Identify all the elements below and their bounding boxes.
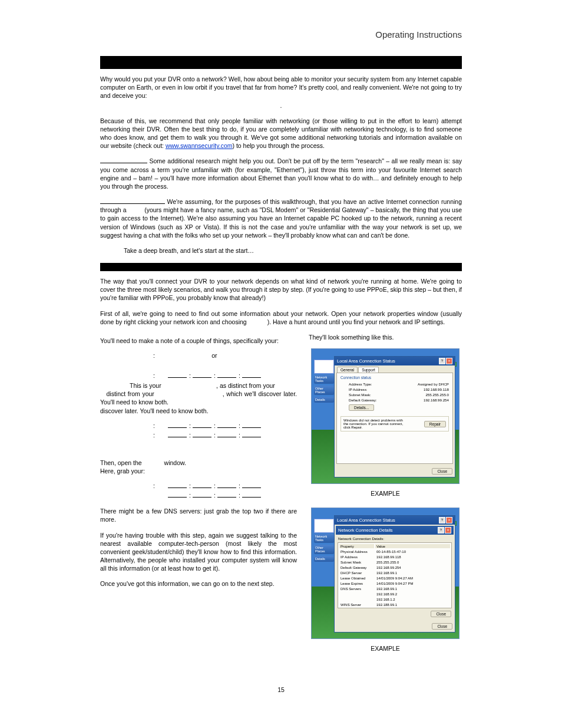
field-ip-address: : ::: — [153, 372, 297, 379]
field-subnet: : ::: — [153, 422, 297, 429]
row-default-gateway: Default Gateway:192.168.99.254 — [340, 397, 449, 403]
window-buttons: ?× — [437, 527, 451, 533]
close-icon: × — [446, 517, 452, 523]
help-icon: ? — [439, 517, 445, 523]
field-dns2: ::: — [153, 492, 297, 499]
help-icon: ? — [438, 527, 444, 533]
field-gateway: : ::: — [153, 431, 297, 439]
sidebar-other-places: Other Places — [314, 545, 334, 554]
field-dns1: : ::: — [153, 482, 297, 489]
intro-paragraph-1: Why would you put your DVR onto a networ… — [100, 75, 462, 100]
sidebar-network-tasks: Network Tasks — [314, 533, 334, 543]
text-span: Some additional research might help you … — [100, 157, 462, 190]
left-p5: If you're having trouble with this step,… — [100, 531, 297, 573]
left-p4: There might be a few DNS servers: just g… — [100, 507, 297, 523]
explorer-toolbar — [314, 519, 334, 533]
blank — [168, 377, 187, 378]
right-column: They'll look something like this. Networ… — [309, 333, 462, 663]
row-ip-address: IP Address:192.168.99.118 — [340, 387, 449, 392]
blank — [193, 487, 211, 488]
outer-title-text: Local Area Connection Status — [337, 518, 395, 523]
blank — [193, 497, 211, 498]
text-span: (yours might have a fancy name, such as … — [100, 206, 462, 239]
intro-paragraph-2: Because of this, we recommend that only … — [100, 117, 462, 150]
intro-paragraph-4: We're assuming, for the purposes of this… — [100, 197, 462, 239]
inner-titlebar: Network Connection Details ?× — [336, 526, 454, 535]
text-span: , as distinct from your — [216, 382, 275, 389]
blank-lead — [100, 203, 165, 204]
blank — [242, 437, 261, 437]
section-bar-2 — [100, 263, 462, 271]
inner-close-button: Close — [431, 611, 451, 617]
link-swannsecurity[interactable]: www.swannsecurity.com — [166, 142, 233, 149]
blank — [242, 377, 261, 378]
group-title: Connection status — [340, 375, 449, 380]
dialog-titlebar: Local Area Connection Status ?× — [335, 357, 455, 365]
blank — [217, 377, 236, 378]
details-list: PropertyValue Physical Address00-14-85-1… — [338, 542, 452, 608]
blank — [217, 487, 236, 488]
text-span: Why would you put your DVR onto a networ… — [100, 75, 462, 99]
list-header: Network Connection Details: — [336, 535, 454, 542]
colon: : — [153, 352, 155, 359]
text-span: ) to help you through the process. — [232, 142, 324, 149]
section2-paragraph-2: First of all, we're going to need to fin… — [100, 309, 462, 326]
blank — [193, 427, 211, 428]
text-span: window. — [163, 459, 186, 466]
dialog-tabs: General Support — [335, 365, 455, 373]
tab-general: General — [337, 367, 358, 373]
text-span: Then, open the — [100, 459, 144, 466]
screenshot-connection-status: Network Tasks Other Places Details Go Lo… — [311, 348, 459, 484]
blank — [168, 497, 187, 498]
blank — [193, 377, 211, 378]
blank — [168, 427, 187, 428]
dialog-title-text: Local Area Connection Status — [337, 358, 395, 364]
blank — [217, 427, 236, 428]
example-label-1: EXAMPLE — [371, 490, 400, 497]
col-value: Value — [375, 544, 450, 548]
outer-titlebar: Local Area Connection Status ?× — [335, 516, 455, 525]
screenshot-connection-details: Network Tasks Other Places Details Go Lo… — [311, 508, 459, 639]
section2-paragraph-1: The way that you'll connect your DVR to … — [100, 277, 462, 302]
section-bar-1 — [100, 56, 462, 69]
left-p2c: discover later. You'll need to know both… — [100, 407, 297, 415]
sidebar-details: Details — [314, 397, 334, 403]
details-button: Details... — [349, 404, 374, 411]
close-icon: × — [446, 358, 452, 364]
right-intro: They'll look something like this. — [309, 333, 462, 341]
details-table: PropertyValue Physical Address00-14-85-1… — [338, 543, 451, 608]
colon: : — [153, 422, 155, 429]
close-button: Close — [432, 468, 452, 475]
left-p1: You'll need to make a note of a couple o… — [100, 337, 297, 345]
colon: : — [153, 482, 155, 489]
outer-close-button: Close — [432, 623, 452, 630]
left-p2: This is your , as distinct from your — [130, 381, 297, 390]
details-dialog-outer: Local Area Connection Status ?× Network … — [334, 515, 455, 633]
blank — [242, 427, 261, 428]
text-span: Here, grab your: — [100, 467, 145, 475]
page-header-title: Operating Instructions — [100, 29, 462, 39]
repair-box: Windows did not detect problems with the… — [340, 416, 449, 431]
blank — [193, 437, 211, 437]
text-span: distinct from your — [107, 390, 223, 397]
help-icon: ? — [439, 358, 445, 364]
blank — [242, 487, 261, 488]
window-buttons: ?× — [438, 517, 452, 523]
sidebar-details: Details — [314, 556, 334, 562]
example-label-2: EXAMPLE — [371, 645, 400, 652]
explorer-toolbar — [314, 360, 334, 374]
blank — [168, 487, 187, 488]
text-span: ). Have a hunt around until you find you… — [267, 318, 445, 325]
blank — [217, 437, 236, 437]
left-column: You'll need to make a note of a couple o… — [100, 333, 297, 595]
page-number: 15 — [100, 686, 462, 693]
blank — [168, 437, 187, 437]
col-property: Property — [339, 544, 374, 548]
window-buttons: ?× — [438, 358, 452, 364]
tab-support: Support — [358, 367, 379, 373]
xp-explorer-sidebar: Network Tasks Other Places Details — [314, 360, 334, 404]
blank-lead — [100, 163, 147, 163]
dialog-body: Connection status Address Type:Assigned … — [336, 373, 453, 464]
row-subnet-mask: Subnet Mask:255.255.255.0 — [340, 392, 449, 397]
or-text: or — [211, 352, 217, 359]
